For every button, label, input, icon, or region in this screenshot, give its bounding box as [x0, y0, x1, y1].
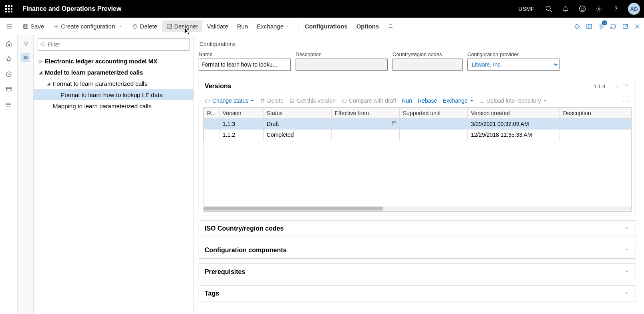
svg-rect-5 [11, 8, 12, 10]
expander-icon: ◢ [38, 70, 43, 75]
calendar-icon[interactable] [391, 120, 397, 127]
tree-node-model-param[interactable]: ◢Model to learn parameterized calls [34, 67, 193, 78]
diamond-icon[interactable] [573, 22, 582, 31]
lines-icon[interactable] [21, 53, 30, 62]
delete-label: Delete [140, 23, 157, 30]
filter-box[interactable] [38, 38, 189, 51]
more-icon[interactable]: ··· [623, 97, 630, 104]
map-icon[interactable] [585, 22, 594, 31]
smiley-icon[interactable] [578, 4, 587, 14]
change-status-button[interactable]: Change status [205, 97, 254, 104]
svg-rect-0 [5, 5, 7, 7]
compare-draft-button[interactable]: Compare with draft [341, 97, 396, 104]
tree-node-format-lookup-le[interactable]: Format to learn how to lookup LE data [34, 89, 193, 100]
svg-rect-46 [392, 122, 396, 125]
validate-button[interactable]: Validate [203, 20, 232, 32]
action-right-icons: 0 [573, 22, 642, 31]
validate-label: Validate [207, 23, 228, 30]
svg-rect-7 [8, 11, 10, 12]
designer-button[interactable]: Designer [162, 20, 202, 32]
funnel-icon[interactable] [21, 39, 30, 48]
components-section: Configuration components [199, 242, 636, 259]
name-field[interactable] [199, 59, 291, 71]
version-delete-button[interactable]: Delete [260, 97, 283, 104]
version-run-button[interactable]: Run [402, 97, 412, 104]
title-bar: Finance and Operations Preview USMF AD [0, 0, 644, 18]
expander-icon: ◢ [46, 81, 51, 86]
action-search-icon[interactable] [384, 21, 398, 32]
components-header[interactable]: Configuration components [199, 242, 636, 258]
rebase-button[interactable]: Rebase [418, 97, 437, 104]
home-icon[interactable] [4, 39, 13, 48]
svg-point-13 [583, 8, 584, 8]
attachments-badge: 0 [602, 20, 607, 25]
header-form: Name Description Country/region codes Co… [199, 51, 636, 71]
chevron-down-icon [624, 268, 630, 276]
upload-repo-button[interactable]: Upload into repository [479, 97, 547, 104]
delete-button[interactable]: Delete [128, 20, 161, 32]
tags-header[interactable]: Tags [199, 286, 636, 302]
prerequisites-section: Prerequisites [199, 263, 636, 280]
col-effective[interactable]: Effective from [331, 108, 399, 119]
popout-icon[interactable] [621, 22, 630, 31]
recent-icon[interactable] [4, 70, 13, 79]
create-configuration-button[interactable]: Create configuration [49, 20, 127, 32]
prerequisites-header[interactable]: Prerequisites [199, 264, 636, 280]
versions-section: Versions 1.1.3 -- Change status Delete G… [199, 78, 636, 215]
create-label: Create configuration [61, 23, 115, 30]
tree-node-root-mx[interactable]: ▷Electronic ledger accounting model MX [34, 55, 193, 67]
tree-node-mapping-param[interactable]: Mapping to learn parameterized calls [34, 100, 193, 111]
table-row[interactable]: 1.1.2 Completed 12/29/2018 11:35:33 AM [204, 130, 631, 140]
col-r[interactable]: R... [204, 108, 219, 119]
versions-current: 1.1.3 [594, 83, 605, 89]
close-icon[interactable] [633, 22, 642, 31]
run-button[interactable]: Run [233, 20, 252, 32]
versions-table: R... Version Status Effective from Suppo… [203, 107, 632, 212]
horizontal-scrollbar[interactable] [203, 207, 631, 211]
col-description[interactable]: Description [559, 108, 631, 119]
col-status[interactable]: Status [263, 108, 331, 119]
refresh-icon[interactable] [609, 22, 618, 31]
svg-rect-19 [24, 24, 28, 28]
tree-node-format-param[interactable]: ◢Format to learn parameterized calls [34, 78, 193, 89]
filter-input[interactable] [48, 41, 187, 48]
configurations-button[interactable]: Configurations [301, 20, 352, 32]
provider-select[interactable]: Litware, Inc. [467, 59, 559, 71]
star-icon[interactable] [4, 55, 13, 63]
exchange-label: Exchange [257, 23, 284, 30]
search-icon[interactable] [544, 4, 553, 14]
modules-icon[interactable] [4, 100, 13, 109]
svg-rect-3 [5, 8, 7, 10]
config-tree: ▷Electronic ledger accounting model MX ◢… [34, 54, 193, 113]
svg-point-12 [581, 8, 582, 8]
action-bar: Save Create configuration Delete Designe… [0, 18, 644, 35]
col-created[interactable]: Version created [467, 108, 559, 119]
save-button[interactable]: Save [18, 20, 48, 32]
bell-icon[interactable] [561, 4, 570, 14]
col-version[interactable]: Version [219, 108, 263, 119]
avatar[interactable]: AD [628, 3, 640, 15]
description-field[interactable] [296, 59, 388, 71]
table-row[interactable]: 1.1.3 Draft 3/29/2021 09:32:09 AM [204, 119, 631, 130]
hamburger-icon[interactable] [2, 20, 16, 33]
version-exchange-button[interactable]: Exchange [443, 97, 473, 104]
exchange-button[interactable]: Exchange [253, 20, 296, 32]
gear-icon[interactable] [594, 4, 604, 14]
chevron-down-icon [285, 23, 292, 30]
ccr-field[interactable] [392, 59, 463, 71]
svg-line-43 [44, 45, 45, 47]
svg-point-37 [6, 105, 6, 105]
attachments-icon[interactable]: 0 [597, 22, 606, 31]
svg-point-14 [598, 8, 600, 10]
iso-header[interactable]: ISO Country/region codes [199, 221, 636, 237]
workspace-icon[interactable] [4, 85, 13, 94]
options-button[interactable]: Options [352, 20, 383, 32]
versions-dashes: -- [610, 83, 619, 89]
help-icon[interactable] [611, 4, 621, 14]
versions-header[interactable]: Versions 1.1.3 -- [199, 78, 636, 94]
company-label[interactable]: USMF [518, 6, 534, 12]
chevron-down-icon [117, 23, 123, 30]
app-launcher-icon[interactable] [0, 0, 18, 18]
get-version-button[interactable]: Get this version [289, 97, 336, 104]
col-supported[interactable]: Supported until [399, 108, 467, 119]
